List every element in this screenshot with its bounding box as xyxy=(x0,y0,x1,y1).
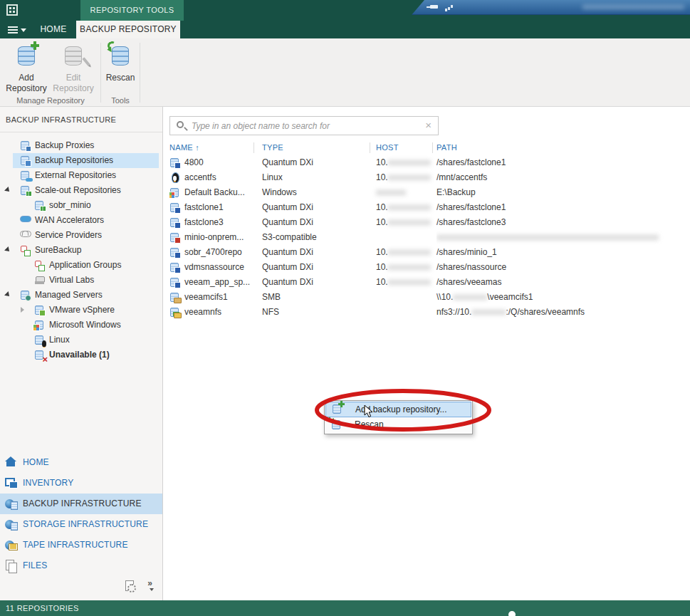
search-input[interactable] xyxy=(192,118,412,134)
sidebar-item-unavailable-1[interactable]: Unavailable (1) xyxy=(0,348,162,362)
tab-backup-repository[interactable]: BACKUP REPOSITORY xyxy=(76,21,180,38)
table-row-fastclone3[interactable]: fastclone3Quantum DXi10.xxxxxxxxxx/share… xyxy=(163,215,690,230)
sidebar-item-virtual-labs[interactable]: Virtual Labs xyxy=(0,273,162,288)
menu-add-icon xyxy=(332,404,343,414)
sidebar-item-vmware-vsphere[interactable]: VMware vSphere xyxy=(0,303,162,318)
menu-item-rescan[interactable]: Rescan xyxy=(325,417,471,433)
surebackup-icon xyxy=(20,245,31,256)
ribbon: Add Repository Edit Repository Rescan Ma… xyxy=(0,38,690,107)
sidebar-item-scale-out-repositories[interactable]: Scale-out Repositories xyxy=(0,183,162,198)
search-box: × xyxy=(169,116,439,135)
redacted-text: xxxxxxxxxx xyxy=(388,262,431,272)
column-header-type[interactable]: TYPE xyxy=(262,143,283,152)
cell-name: fastclone1 xyxy=(169,200,262,215)
cell-name: vdmsnassource xyxy=(169,260,262,275)
repo-windows-icon xyxy=(169,187,180,198)
tab-home[interactable]: HOME xyxy=(27,21,80,38)
table-row-default-backu[interactable]: Default Backu...WindowsxxxxxxxE:\Backup xyxy=(163,185,690,200)
cell-path: xxxxxxxxxxxxxxxxxxxxxxxxxxxxxxxxxxxxxxxx… xyxy=(437,230,687,245)
cell-path: /shares/fastclone1 xyxy=(437,200,687,215)
repo-quantum-icon xyxy=(169,217,180,228)
table-row-4800[interactable]: 4800Quantum DXi10.xxxxxxxxxx/shares/fast… xyxy=(163,155,690,170)
add-repository-button[interactable]: Add Repository xyxy=(4,41,49,95)
rescan-button[interactable]: Rescan xyxy=(104,41,137,95)
collapse-arrow-icon[interactable] xyxy=(4,187,11,194)
nav-item-files[interactable]: FILES xyxy=(0,555,162,576)
expand-arrow-icon[interactable] xyxy=(21,307,24,313)
sidebar-item-sobr-minio[interactable]: sobr_minio xyxy=(0,198,162,213)
sidebar-item-linux[interactable]: Linux xyxy=(0,333,162,348)
table-row-fastclone1[interactable]: fastclone1Quantum DXi10.xxxxxxxxxx/share… xyxy=(163,200,690,215)
cell-path: /shares/minio_1 xyxy=(437,245,687,260)
ribbon-tab-row: HOME BACKUP REPOSITORY xyxy=(0,21,690,38)
nav-item-inventory[interactable]: INVENTORY xyxy=(0,473,162,494)
cell-name: 4800 xyxy=(169,155,262,170)
context-menu: Add backup repository...Rescan xyxy=(324,400,473,434)
sidebar-item-external-repositories[interactable]: External Repositories xyxy=(0,168,162,183)
repo-name: veeamnfs xyxy=(184,307,221,317)
menu-item-add-backup-repository[interactable]: Add backup repository... xyxy=(325,402,471,417)
group-label-tools: Tools xyxy=(104,96,137,105)
rescan-icon xyxy=(109,43,132,68)
sidebar-footer-icons: » xyxy=(111,579,154,596)
repo-name: fastclone1 xyxy=(184,202,224,212)
menu-rescan-icon xyxy=(331,419,342,430)
nav-item-backup-infrastructure[interactable]: BACKUP INFRASTRUCTURE xyxy=(0,494,162,514)
tapeinfra-icon xyxy=(5,539,18,551)
redacted-text: xxxxxxxxxx xyxy=(388,157,431,167)
pin-icon[interactable] xyxy=(430,5,438,9)
sidebar-item-service-providers[interactable]: Service Providers xyxy=(0,228,162,243)
sidebar-item-backup-repositories[interactable]: Backup Repositories xyxy=(0,153,162,168)
title-bar: REPOSITORY TOOLS xxxxxxxxxxxxxxxxxxxxxxx… xyxy=(0,0,690,21)
nav-item-tape-infrastructure[interactable]: TAPE INFRASTRUCTURE xyxy=(0,535,162,555)
table-row-sobr-4700repo[interactable]: sobr_4700repoQuantum DXi10.xxxxxxxxxx/sh… xyxy=(163,245,690,260)
table-row-veeam-app-sp[interactable]: veeam_app_sp...Quantum DXi10.xxxxxxxxxx/… xyxy=(163,275,690,290)
sort-asc-icon: ↑ xyxy=(195,143,199,152)
redacted-text: xxxxxxxxxxxxxxxxxxxxxxxxxxxxxxxxxxxxxxxx… xyxy=(437,232,659,242)
clear-search-icon[interactable]: × xyxy=(425,119,432,131)
view-navigation: HOMEINVENTORYBACKUP INFRASTRUCTURESTORAG… xyxy=(0,452,162,576)
table-row-vdmsnassource[interactable]: vdmsnassourceQuantum DXi10.xxxxxxxxxx/sh… xyxy=(163,260,690,275)
repo-name: vdmsnassource xyxy=(184,262,244,272)
add-repository-icon xyxy=(15,43,38,68)
cell-host: 10.xxxxxxxxxx xyxy=(376,200,437,215)
column-header-host[interactable]: HOST xyxy=(376,143,399,152)
sidebar-item-backup-proxies[interactable]: Backup Proxies xyxy=(0,138,162,153)
files-icon xyxy=(5,560,18,572)
cell-path: /shares/fastclone3 xyxy=(437,215,687,230)
repo-quantum-icon xyxy=(169,202,180,213)
column-header-path[interactable]: PATH xyxy=(437,143,457,152)
sidebar-item-application-groups[interactable]: Application Groups xyxy=(0,258,162,273)
sidebar-item-wan-accelerators[interactable]: WAN Accelerators xyxy=(0,213,162,228)
cell-path: E:\Backup xyxy=(437,185,687,200)
group-label-manage-repository: Manage Repository xyxy=(4,96,98,105)
report-icon[interactable] xyxy=(125,580,134,591)
contextual-tab-strip: REPOSITORY TOOLS xyxy=(80,0,184,21)
cell-name: veeamnfs xyxy=(169,305,262,320)
table-row-accentfs[interactable]: accentfsLinux10.xxxxxxxxxx/mnt/accentfs xyxy=(163,170,690,185)
table-row-veeamnfs[interactable]: veeamnfsNFSnfs3://10.xxxxxxxx:/Q/shares/… xyxy=(163,305,690,320)
nav-item-storage-infrastructure[interactable]: STORAGE INFRASTRUCTURE xyxy=(0,514,162,535)
sidebar-item-surebackup[interactable]: SureBackup xyxy=(0,243,162,258)
sidebar-item-managed-servers[interactable]: Managed Servers xyxy=(0,288,162,303)
search-icon xyxy=(177,121,184,128)
cell-host: xxxxxxx xyxy=(376,185,437,200)
table-row-veeamcifs1[interactable]: veeamcifs1SMB\\10.xxxxxxxx\veeamcifs1 xyxy=(163,290,690,305)
external-icon xyxy=(20,170,31,181)
main-menu-button[interactable] xyxy=(8,26,19,33)
sidebar-item-microsoft-windows[interactable]: Microsoft Windows xyxy=(0,318,162,333)
nav-item-label: FILES xyxy=(23,555,47,576)
cell-type: Windows xyxy=(262,185,376,200)
sidebar-item-label: External Repositories xyxy=(35,168,116,183)
proxy-icon xyxy=(20,140,31,151)
redacted-text: xxxxxxxxxx xyxy=(388,202,431,212)
nav-item-home[interactable]: HOME xyxy=(0,452,162,473)
table-row-minio-onprem[interactable]: minio-onprem...S3-compatiblexxxxxxxxxxxx… xyxy=(163,230,690,245)
cell-type: NFS xyxy=(262,305,376,320)
collapse-arrow-icon[interactable] xyxy=(4,246,11,254)
collapse-arrow-icon[interactable] xyxy=(4,291,11,298)
veeam-console-window: REPOSITORY TOOLS xxxxxxxxxxxxxxxxxxxxxxx… xyxy=(0,0,690,616)
column-header-name[interactable]: NAME ↑ xyxy=(169,143,199,152)
cell-type: S3-compatible xyxy=(262,230,376,245)
more-views-icon[interactable]: » xyxy=(147,579,152,588)
